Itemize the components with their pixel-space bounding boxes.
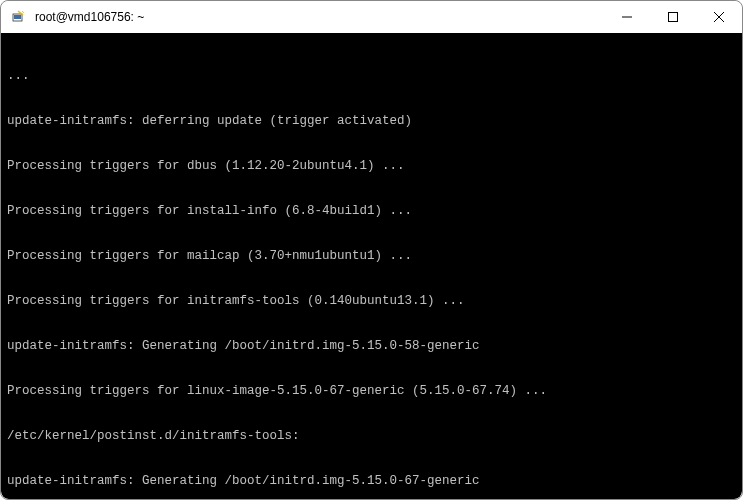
terminal-output-line: ...: [7, 69, 736, 84]
terminal-output-line: /etc/kernel/postinst.d/initramfs-tools:: [7, 429, 736, 444]
terminal-output-line: update-initramfs: Generating /boot/initr…: [7, 474, 736, 489]
terminal-output-line: update-initramfs: Generating /boot/initr…: [7, 339, 736, 354]
svg-line-3: [22, 11, 24, 13]
window-controls: [604, 1, 742, 33]
window-title: root@vmd106756: ~: [35, 10, 604, 24]
terminal-output-line: Processing triggers for mailcap (3.70+nm…: [7, 249, 736, 264]
terminal-output-line: Processing triggers for dbus (1.12.20-2u…: [7, 159, 736, 174]
terminal-output-line: update-initramfs: deferring update (trig…: [7, 114, 736, 129]
terminal-output-line: Processing triggers for initramfs-tools …: [7, 294, 736, 309]
svg-rect-5: [669, 13, 678, 22]
close-button[interactable]: [696, 1, 742, 33]
putty-icon: [11, 9, 27, 25]
maximize-button[interactable]: [650, 1, 696, 33]
terminal-output-line: Processing triggers for linux-image-5.15…: [7, 384, 736, 399]
svg-rect-1: [14, 15, 21, 19]
minimize-button[interactable]: [604, 1, 650, 33]
terminal-area[interactable]: ... update-initramfs: deferring update (…: [1, 33, 742, 499]
terminal-output-line: Processing triggers for install-info (6.…: [7, 204, 736, 219]
window-titlebar: root@vmd106756: ~: [1, 1, 742, 33]
